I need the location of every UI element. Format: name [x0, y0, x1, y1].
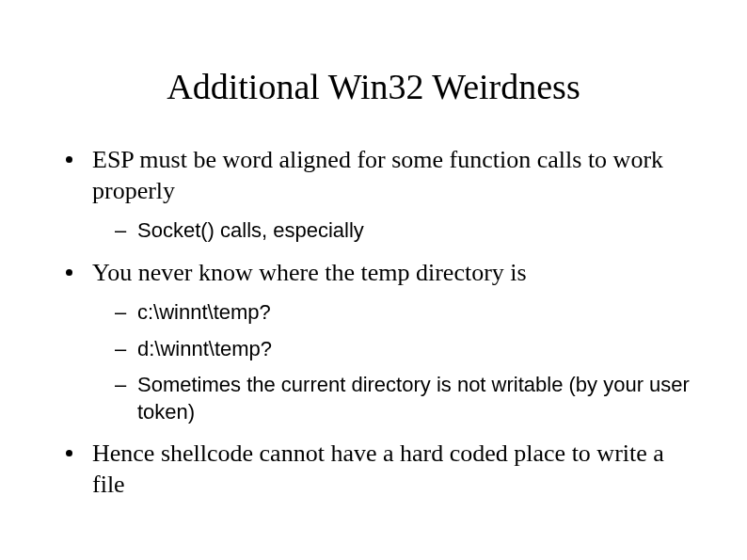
sub-bullet-item: d:\winnt\temp? [111, 336, 700, 363]
sub-bullet-item: Socket() calls, especially [111, 217, 700, 245]
sub-bullet-text: d:\winnt\temp? [137, 337, 272, 360]
bullet-item: ESP must be word aligned for some functi… [56, 145, 700, 245]
sub-bullet-text: Sometimes the current directory is not w… [137, 373, 690, 424]
slide: Additional Win32 Weirdness ESP must be w… [0, 0, 747, 560]
sub-bullet-list: c:\winnt\temp? d:\winnt\temp? Sometimes … [111, 299, 700, 425]
bullet-item: Hence shellcode cannot have a hard coded… [56, 439, 700, 500]
slide-title: Additional Win32 Weirdness [47, 66, 700, 107]
sub-bullet-text: c:\winnt\temp? [137, 300, 271, 324]
bullet-text: You never know where the temp directory … [92, 259, 527, 286]
bullet-item: You never know where the temp directory … [56, 258, 700, 426]
bullet-text: ESP must be word aligned for some functi… [92, 146, 663, 204]
sub-bullet-list: Socket() calls, especially [111, 217, 700, 245]
sub-bullet-item: c:\winnt\temp? [111, 299, 700, 327]
bullet-text: Hence shellcode cannot have a hard coded… [92, 440, 664, 498]
bullet-list: ESP must be word aligned for some functi… [56, 145, 700, 500]
sub-bullet-text: Socket() calls, especially [137, 218, 364, 242]
sub-bullet-item: Sometimes the current directory is not w… [111, 372, 700, 425]
